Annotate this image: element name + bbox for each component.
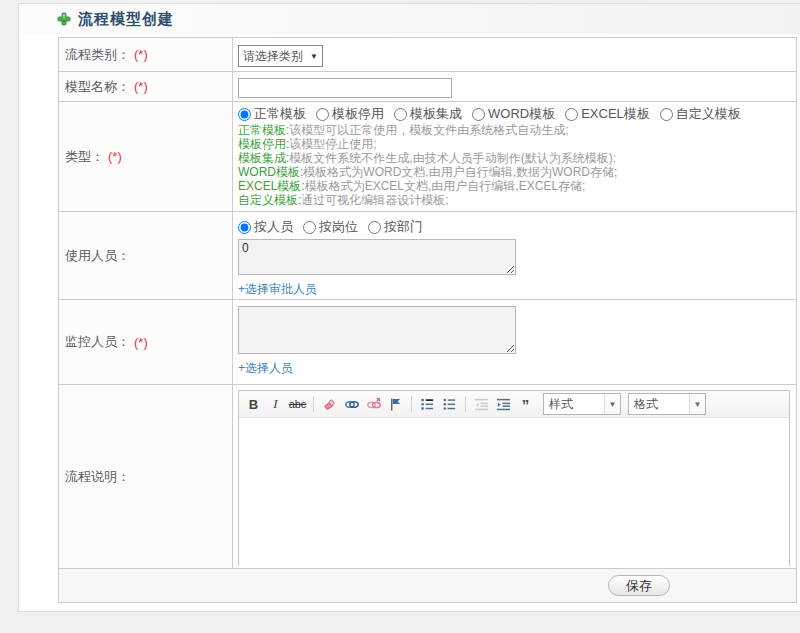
type-desc-1: 正常模板:该模型可以正常使用，模板文件由系统格式自动生成; <box>238 123 796 137</box>
type-desc-6-text: 通过可视化编辑器设计模板; <box>301 193 448 207</box>
model-name-required-mark: (*) <box>134 79 148 94</box>
row-model-name: 模型名称： (*) <box>59 72 796 102</box>
radio-word-template-label: WORD模板 <box>488 107 555 121</box>
model-name-cell <box>233 72 796 101</box>
radio-normal-template-input[interactable] <box>238 108 251 121</box>
form-table: 流程类别： (*) 请选择类别 ▼ 模型名称： (*) <box>58 37 797 603</box>
chevron-down-icon: ▼ <box>604 394 620 414</box>
model-name-label: 模型名称： <box>65 78 130 96</box>
radio-by-person-label: 按人员 <box>254 218 293 236</box>
type-radio-group: 正常模板 模板停用 模板集成 WORD模板 <box>238 107 796 121</box>
select-people-link[interactable]: +选择人员 <box>238 360 293 377</box>
description-cell: B I abc <box>233 385 796 568</box>
radio-by-position-input[interactable] <box>303 221 316 234</box>
style-dropdown-value: 样式 <box>544 396 604 413</box>
radio-by-department-label: 按部门 <box>384 218 423 236</box>
monitors-note: 注：是指可以管理此下模型流程的人员 <box>238 382 796 384</box>
type-desc-3-text: 模板文件系统不作生成,由技术人员手动制作(默认为系统模板); <box>289 151 616 165</box>
monitors-label-cell: 监控人员： (*) <box>59 300 233 384</box>
monitors-textarea[interactable] <box>238 306 516 354</box>
content-panel: 流程模型创建 流程类别： (*) 请选择类别 ▼ 模型名称： <box>18 3 800 612</box>
monitors-label: 监控人员： <box>65 333 130 351</box>
type-desc-2-text: 该模型停止使用; <box>289 137 376 151</box>
type-cell: 正常模板 模板停用 模板集成 WORD模板 <box>233 102 796 211</box>
chevron-down-icon: ▼ <box>310 52 318 61</box>
radio-template-disabled-input[interactable] <box>316 108 329 121</box>
description-label: 流程说明： <box>65 468 130 486</box>
users-label: 使用人员： <box>65 247 130 265</box>
row-type: 类型： (*) 正常模板 模板停用 <box>59 102 796 212</box>
users-cell: 按人员 按岗位 按部门 0 +选择审批人员 注：是指允许使用此模型的人员 <box>233 212 796 299</box>
page-header: 流程模型创建 <box>19 4 800 34</box>
format-dropdown-value: 格式 <box>629 396 689 413</box>
radio-by-person[interactable]: 按人员 <box>238 218 293 236</box>
bold-button[interactable]: B <box>243 394 264 414</box>
format-dropdown[interactable]: 格式 ▼ <box>628 393 706 415</box>
users-radio-group: 按人员 按岗位 按部门 <box>238 218 796 236</box>
radio-normal-template-label: 正常模板 <box>254 107 306 121</box>
style-dropdown[interactable]: 样式 ▼ <box>543 393 621 415</box>
radio-by-department[interactable]: 按部门 <box>368 218 423 236</box>
type-desc-3: 模板集成:模板文件系统不作生成,由技术人员手动制作(默认为系统模板); <box>238 151 796 165</box>
category-select[interactable]: 请选择类别 ▼ <box>238 45 323 67</box>
users-label-cell: 使用人员： <box>59 212 233 299</box>
page-title: 流程模型创建 <box>78 10 174 29</box>
category-label: 流程类别： <box>65 46 130 64</box>
type-desc-2-name: 模板停用: <box>238 137 289 151</box>
page: 流程模型创建 流程类别： (*) 请选择类别 ▼ 模型名称： <box>0 0 800 633</box>
italic-button[interactable]: I <box>265 394 286 414</box>
category-label-cell: 流程类别： (*) <box>59 38 233 71</box>
blockquote-button[interactable]: ” <box>515 394 536 414</box>
outdent-icon[interactable] <box>471 394 492 414</box>
toolbar-separator <box>313 396 314 412</box>
type-desc-5-name: EXCEL模板: <box>238 179 305 193</box>
row-category: 流程类别： (*) 请选择类别 ▼ <box>59 38 796 72</box>
select-approvers-link[interactable]: +选择审批人员 <box>238 281 317 298</box>
row-description: 流程说明： B I abc <box>59 385 796 569</box>
link-icon[interactable] <box>341 394 362 414</box>
type-desc-1-text: 该模型可以正常使用，模板文件由系统格式自动生成; <box>289 123 568 137</box>
rich-text-editor: B I abc <box>238 390 790 566</box>
row-monitors: 监控人员： (*) +选择人员 注：是指可以管理此下模型流程的人员 <box>59 300 796 385</box>
ordered-list-icon[interactable] <box>417 394 438 414</box>
radio-by-position[interactable]: 按岗位 <box>303 218 358 236</box>
strikethrough-button[interactable]: abc <box>287 394 308 414</box>
type-desc-6: 自定义模板:通过可视化编辑器设计模板; <box>238 193 796 207</box>
type-desc-4-name: WORD模板: <box>238 165 303 179</box>
monitors-cell: +选择人员 注：是指可以管理此下模型流程的人员 <box>233 300 796 384</box>
remove-format-icon[interactable] <box>319 394 340 414</box>
radio-custom-template-input[interactable] <box>660 108 673 121</box>
radio-by-person-input[interactable] <box>238 221 251 234</box>
radio-word-template-input[interactable] <box>472 108 485 121</box>
editor-content-area[interactable] <box>239 418 789 567</box>
type-required-mark: (*) <box>108 149 122 164</box>
type-desc-5-text: 模板格式为EXCEL文档,由用户自行编辑,EXCEL存储; <box>305 179 586 193</box>
row-users: 使用人员： 按人员 按岗位 按部门 <box>59 212 796 300</box>
radio-template-disabled[interactable]: 模板停用 <box>316 107 384 121</box>
type-desc-4-text: 模板格式为WORD文档,由用户自行编辑,数据为WORD存储; <box>303 165 617 179</box>
radio-by-department-input[interactable] <box>368 221 381 234</box>
radio-excel-template[interactable]: EXCEL模板 <box>565 107 650 121</box>
toolbar-separator <box>411 396 412 412</box>
save-button[interactable]: 保存 <box>608 575 670 596</box>
category-select-value: 请选择类别 <box>243 48 303 65</box>
type-desc-6-name: 自定义模板: <box>238 193 301 207</box>
radio-word-template[interactable]: WORD模板 <box>472 107 555 121</box>
type-label: 类型： <box>65 148 104 166</box>
type-desc-2: 模板停用:该模型停止使用; <box>238 137 796 151</box>
description-label-cell: 流程说明： <box>59 385 233 568</box>
radio-excel-template-input[interactable] <box>565 108 578 121</box>
radio-normal-template[interactable]: 正常模板 <box>238 107 306 121</box>
users-textarea[interactable]: 0 <box>238 239 516 275</box>
footer-row: 保存 <box>59 569 796 603</box>
indent-icon[interactable] <box>493 394 514 414</box>
radio-template-integrated[interactable]: 模板集成 <box>394 107 462 121</box>
add-plus-icon <box>57 12 71 26</box>
model-name-input[interactable] <box>238 78 452 98</box>
unordered-list-icon[interactable] <box>439 394 460 414</box>
radio-template-disabled-label: 模板停用 <box>332 107 384 121</box>
unlink-icon[interactable] <box>363 394 384 414</box>
anchor-flag-icon[interactable] <box>385 394 406 414</box>
radio-template-integrated-input[interactable] <box>394 108 407 121</box>
radio-custom-template[interactable]: 自定义模板 <box>660 107 741 121</box>
